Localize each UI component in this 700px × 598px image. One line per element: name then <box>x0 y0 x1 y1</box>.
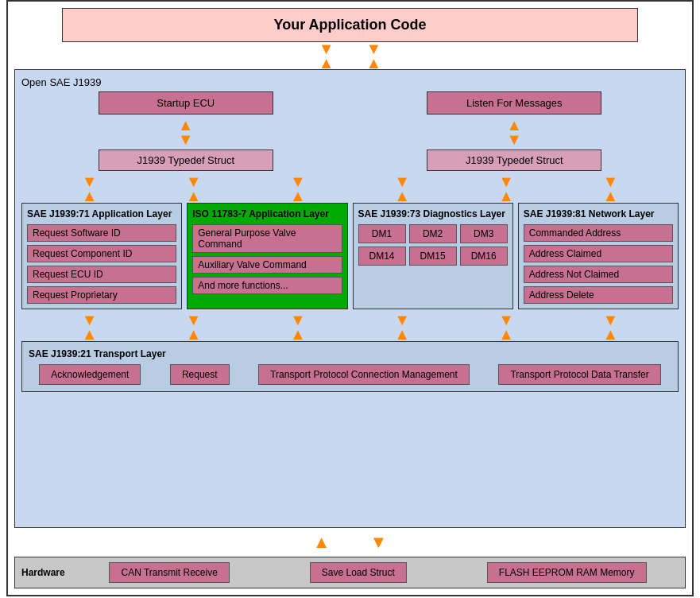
mid-arrows: ▼▲ ▼▲ ▼▲ ▼▲ ▼▲ ▼▲ <box>21 174 679 203</box>
hardware-layer: Hardware CAN Transmit Receive Save Load … <box>14 557 686 588</box>
dm16: DM16 <box>460 247 508 266</box>
mid-arrow-4: ▼▲ <box>394 174 410 203</box>
bot-arrow-6: ▼▲ <box>602 313 618 341</box>
startup-ecu-box: Startup ECU <box>99 91 273 115</box>
transport-items: Acknowledgement Request Transport Protoc… <box>29 364 671 385</box>
hw-arrows: ▲ ▼ <box>14 530 686 555</box>
listen-block: Listen For Messages ▲▼ J1939 Typedef Str… <box>427 91 601 171</box>
dm-grid-1: DM1 DM2 DM3 <box>358 224 508 243</box>
transport-item-1: Request <box>170 364 230 385</box>
layer-71-item-1: Request Component ID <box>27 245 176 262</box>
hardware-title: Hardware <box>21 567 69 578</box>
dm14: DM14 <box>358 247 406 266</box>
transport-item-0: Acknowledgement <box>39 364 141 385</box>
top-section: Startup ECU ▲▼ J1939 Typedef Struct List… <box>21 91 679 171</box>
layer-81-item-3: Address Delete <box>524 286 673 304</box>
layer-81-item-2: Address Not Claimed <box>524 266 673 283</box>
layer-iso: ISO 11783-7 Application Layer General Pu… <box>187 203 347 309</box>
layer-iso-item-2: And more functions... <box>192 277 342 294</box>
dm1: DM1 <box>358 224 406 243</box>
mid-arrow-1: ▼▲ <box>82 174 98 203</box>
transport-title: SAE J1939:21 Transport Layer <box>29 348 671 359</box>
mid-arrow-3: ▼▲ <box>290 174 306 203</box>
hw-arrow-down: ▼ <box>370 532 388 553</box>
layer-81-item-1: Address Claimed <box>524 245 673 262</box>
layer-71-item-0: Request Software ID <box>27 224 176 242</box>
transport-layer: SAE J1939:21 Transport Layer Acknowledge… <box>21 341 679 392</box>
bot-arrow-4: ▼▲ <box>394 313 410 341</box>
bot-arrow-2: ▼▲ <box>186 313 202 341</box>
dual-arrow-1: ▼▲ <box>319 41 335 70</box>
layer-71-item-2: Request ECU ID <box>27 266 176 283</box>
dm3: DM3 <box>460 224 508 243</box>
open-sae-label: Open SAE J1939 <box>21 76 679 88</box>
layer-81-item-0: Commanded Address <box>524 224 673 242</box>
startup-block: Startup ECU ▲▼ J1939 Typedef Struct <box>99 91 273 171</box>
transport-item-3: Transport Protocol Data Transfer <box>498 364 660 385</box>
bot-arrow-3: ▼▲ <box>290 313 306 341</box>
layer-71: SAE J1939:71 Application Layer Request S… <box>21 203 182 309</box>
dm2: DM2 <box>409 224 457 243</box>
mid-arrow-6: ▼▲ <box>602 174 618 203</box>
layer-71-item-3: Request Proprietary <box>27 286 176 304</box>
dual-arrow-2: ▼▲ <box>366 41 382 70</box>
layer-73: SAE J1939:73 Diagnostics Layer DM1 DM2 D… <box>353 203 513 309</box>
mid-arrow-2: ▼▲ <box>186 174 202 203</box>
hw-arrow-up: ▲ <box>313 532 331 553</box>
open-sae-container: Open SAE J1939 Startup ECU ▲▼ J1939 Type… <box>14 69 686 528</box>
hardware-item-2: FLASH EEPROM RAM Memory <box>487 562 647 583</box>
bottom-arrows-1: ▼▲ ▼▲ ▼▲ ▼▲ ▼▲ ▼▲ <box>21 313 679 341</box>
dm-grid-2: DM14 DM15 DM16 <box>358 247 508 266</box>
bot-arrow-5: ▼▲ <box>498 313 514 341</box>
hardware-items: CAN Transmit Receive Save Load Struct FL… <box>77 562 679 583</box>
mid-arrow-5: ▼▲ <box>498 174 514 203</box>
bot-arrow-1: ▼▲ <box>82 313 98 341</box>
dm15: DM15 <box>409 247 457 266</box>
layer-iso-item-1: Auxiliary Valve Command <box>192 256 342 274</box>
hardware-item-1: Save Load Struct <box>310 562 407 583</box>
layer-71-title: SAE J1939:71 Application Layer <box>27 208 176 219</box>
startup-typedef-box: J1939 Typedef Struct <box>99 150 273 171</box>
startup-dual-arrow: ▲▼ <box>178 118 194 146</box>
listen-messages-box: Listen For Messages <box>427 91 601 115</box>
listen-typedef-box: J1939 Typedef Struct <box>427 150 601 171</box>
listen-dual-arrow: ▲▼ <box>506 118 522 146</box>
hardware-item-0: CAN Transmit Receive <box>109 562 229 583</box>
layer-81: SAE J1939:81 Network Layer Commanded Add… <box>518 203 679 309</box>
layer-iso-item-0: General Purpose Valve Command <box>192 224 342 253</box>
layer-iso-title: ISO 11783-7 Application Layer <box>192 208 342 219</box>
app-code-title: Your Application Code <box>62 8 638 42</box>
layer-81-title: SAE J1939:81 Network Layer <box>524 208 673 219</box>
transport-item-2: Transport Protocol Connection Management <box>258 364 470 385</box>
layers-row: SAE J1939:71 Application Layer Request S… <box>21 203 679 309</box>
top-arrows: ▼▲ ▼▲ <box>14 44 686 68</box>
layer-73-title: SAE J1939:73 Diagnostics Layer <box>358 208 508 219</box>
